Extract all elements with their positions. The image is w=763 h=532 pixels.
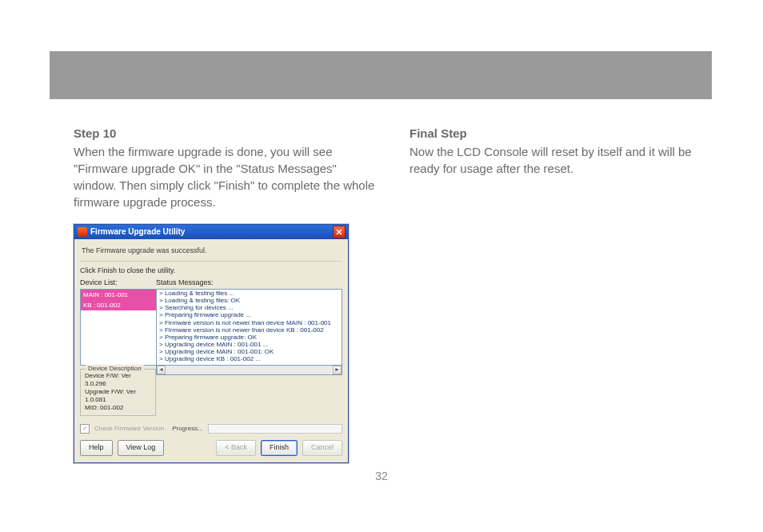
desc-line: Upgrade F/W: Ver 1.0.081 xyxy=(85,388,151,404)
status-messages-label: Status Messages: xyxy=(156,277,342,289)
status-line: > Loading & testing files: OK xyxy=(157,297,342,304)
status-line: > Upgrading device MAIN : 001-001 ... xyxy=(157,341,342,348)
finish-button[interactable]: Finish xyxy=(261,440,298,456)
status-line: > Preparing firmware upgrade: OK xyxy=(157,334,342,341)
view-log-button[interactable]: View Log xyxy=(118,440,165,456)
close-button[interactable] xyxy=(333,226,346,238)
step-10-block: Step 10 When the firmware upgrade is don… xyxy=(74,125,378,210)
success-banner: The Firmware upgrade was successful. xyxy=(80,243,342,262)
page-number: 32 xyxy=(0,469,763,485)
cancel-button: Cancel xyxy=(302,440,342,456)
check-firmware-label: Check Firmware Version xyxy=(94,424,164,433)
device-description-group: Device Description Device F/W: Ver 3.0.2… xyxy=(80,369,156,416)
status-line: > Upgrading device KB : 001-002: OK xyxy=(157,363,342,366)
status-line: > Upgrading device KB : 001-002 ... xyxy=(157,355,342,362)
status-line: > Upgrading device MAIN : 001-001: OK xyxy=(157,348,342,355)
scroll-left-icon[interactable]: ◄ xyxy=(157,366,166,374)
list-item[interactable]: KB : 001-002 xyxy=(81,300,156,310)
app-icon xyxy=(78,227,87,237)
scroll-track[interactable] xyxy=(166,366,333,374)
desc-line: MID: 001-002 xyxy=(85,404,151,412)
list-item[interactable]: MAIN : 001-001 xyxy=(81,290,156,300)
final-step-block: Final Step Now the LCD Console will rese… xyxy=(409,125,713,210)
close-icon xyxy=(336,229,342,235)
window-title: Firmware Upgrade Utility xyxy=(90,226,185,238)
desc-line: Device F/W: Ver 3.0.296 xyxy=(85,372,151,388)
device-list[interactable]: MAIN : 001-001 KB : 001-002 xyxy=(80,289,156,366)
scroll-right-icon[interactable]: ► xyxy=(333,366,342,374)
final-step-title: Final Step xyxy=(409,125,713,142)
status-line: > Searching for devices ... xyxy=(157,304,342,311)
step-10-body: When the firmware upgrade is done, you w… xyxy=(74,143,378,210)
device-description-legend: Device Description xyxy=(86,365,144,373)
status-scrollbar[interactable]: ◄ ► xyxy=(156,365,342,375)
check-firmware-checkbox[interactable]: ✓ xyxy=(80,424,90,434)
back-button: < Back xyxy=(216,440,256,456)
step-10-title: Step 10 xyxy=(74,125,378,142)
header-band xyxy=(50,51,712,99)
progress-bar xyxy=(208,424,342,434)
progress-label: Progress... xyxy=(172,424,203,433)
status-messages[interactable]: > Loading & testing files ... > Loading … xyxy=(156,289,342,366)
firmware-upgrade-window: Firmware Upgrade Utility The Firmware up… xyxy=(74,224,349,463)
status-line: > Loading & testing files ... xyxy=(157,290,342,297)
status-line: > Preparing firmware upgrade ... xyxy=(157,311,342,318)
device-list-label: Device List: xyxy=(80,277,156,289)
help-button[interactable]: Help xyxy=(80,440,113,456)
titlebar: Firmware Upgrade Utility xyxy=(74,225,348,239)
status-line: > Firmware version is not newer than dev… xyxy=(157,319,342,326)
final-step-body: Now the LCD Console will reset by itself… xyxy=(409,143,713,177)
status-line: > Firmware version is not newer than dev… xyxy=(157,326,342,334)
instruction-text: Click Finish to close the utility. xyxy=(80,266,342,276)
